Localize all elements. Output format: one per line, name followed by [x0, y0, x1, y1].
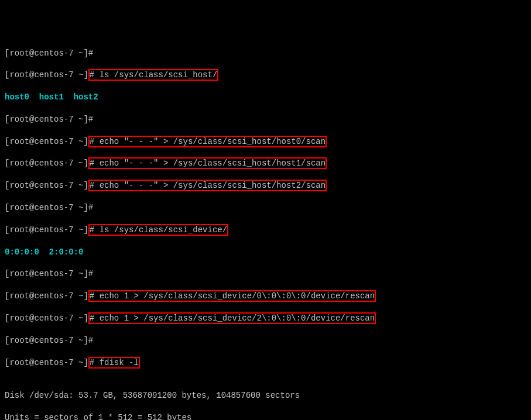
- prompt-close: ]: [83, 314, 88, 323]
- prompt-close: ]: [83, 49, 88, 58]
- terminal-line: [root@centos-7 ~]# echo 1 > /sys/class/s…: [5, 291, 526, 302]
- prompt-path: ~: [74, 291, 84, 301]
- command-text: echo "- - -" > /sys/class/scsi_host/host…: [94, 181, 326, 190]
- prompt-hash: #: [88, 203, 93, 212]
- prompt-path: ~: [74, 49, 84, 58]
- terminal-line: [root@centos-7 ~]# echo "- - -" > /sys/c…: [5, 158, 526, 169]
- terminal-line: [root@centos-7 ~]# fdisk -l: [5, 357, 526, 369]
- terminal-line: [root@centos-7 ~]#: [5, 202, 526, 214]
- scsi-device-list: 0:0:0:0 2:0:0:0: [5, 247, 526, 258]
- scsi-host-list: host0 host1 host2: [5, 92, 526, 103]
- prompt-close: ]: [83, 336, 88, 345]
- terminal-line: [root@centos-7 ~]# ls /sys/class/scsi_de…: [5, 225, 526, 236]
- prompt-hash: #: [90, 225, 94, 235]
- prompt-user: root: [9, 314, 29, 323]
- prompt-hash: #: [88, 49, 93, 58]
- prompt-hash: #: [88, 115, 93, 124]
- prompt-user: root: [9, 70, 29, 80]
- prompt-host: centos-7: [34, 137, 73, 146]
- prompt-close: ]: [83, 269, 88, 278]
- prompt-hash: #: [90, 358, 94, 367]
- prompt-hash: #: [90, 70, 94, 80]
- prompt-close: ]: [83, 159, 88, 168]
- prompt-user: root: [9, 336, 29, 345]
- prompt-path: ~: [74, 225, 84, 235]
- prompt-hash: #: [90, 291, 94, 301]
- command-text: echo 1 > /sys/class/scsi_device/0\:0\:0\…: [94, 291, 375, 301]
- prompt-user: root: [9, 137, 29, 146]
- prompt-user: root: [9, 225, 29, 235]
- prompt-close: ]: [83, 115, 88, 124]
- prompt-user: root: [9, 49, 29, 58]
- prompt-close: ]: [83, 358, 88, 367]
- command-text: echo "- - -" > /sys/class/scsi_host/host…: [94, 137, 326, 146]
- terminal-line: [root@centos-7 ~]#: [5, 268, 526, 280]
- command-text: ls /sys/class/scsi_device/: [94, 225, 227, 235]
- terminal-line: [root@centos-7 ~]#: [5, 48, 526, 59]
- command-text: ls /sys/class/scsi_host/: [94, 70, 217, 80]
- terminal-line: [root@centos-7 ~]#: [5, 114, 526, 125]
- highlight-box: # fdisk -l: [88, 357, 140, 369]
- prompt-hash: #: [90, 314, 94, 323]
- prompt-hash: #: [88, 269, 93, 278]
- prompt-path: ~: [74, 358, 84, 367]
- output-line: Disk /dev/sda: 53.7 GB, 53687091200 byte…: [5, 390, 526, 401]
- prompt-host: centos-7: [34, 115, 73, 124]
- prompt-user: root: [9, 115, 29, 124]
- prompt-close: ]: [83, 181, 88, 190]
- highlight-box: # echo "- - -" > /sys/class/scsi_host/ho…: [88, 157, 327, 169]
- prompt-host: centos-7: [34, 336, 73, 345]
- terminal-line: [root@centos-7 ~]# echo 1 > /sys/class/s…: [5, 313, 526, 324]
- prompt-user: root: [9, 358, 29, 367]
- prompt-hash: #: [90, 181, 94, 190]
- highlight-box: # echo 1 > /sys/class/scsi_device/2\:0\:…: [88, 312, 376, 324]
- prompt-path: ~: [74, 137, 84, 146]
- prompt-host: centos-7: [34, 314, 73, 323]
- terminal-line: [root@centos-7 ~]# ls /sys/class/scsi_ho…: [5, 70, 526, 81]
- highlight-box: # echo "- - -" > /sys/class/scsi_host/ho…: [88, 180, 327, 191]
- prompt-user: root: [9, 203, 29, 212]
- prompt-user: root: [9, 159, 29, 168]
- prompt-hash: #: [88, 336, 93, 345]
- prompt-user: root: [9, 181, 29, 190]
- highlight-box: # ls /sys/class/scsi_host/: [88, 69, 218, 81]
- prompt-host: centos-7: [34, 49, 73, 58]
- prompt-path: ~: [74, 181, 84, 190]
- prompt-host: centos-7: [34, 203, 73, 212]
- output-line: Units = sectors of 1 * 512 = 512 bytes: [5, 412, 526, 420]
- prompt-user: root: [9, 269, 29, 278]
- prompt-close: ]: [83, 225, 88, 235]
- highlight-box: # echo "- - -" > /sys/class/scsi_host/ho…: [88, 136, 327, 147]
- prompt-host: centos-7: [34, 159, 73, 168]
- prompt-hash: #: [90, 137, 94, 146]
- prompt-path: ~: [74, 203, 84, 212]
- highlight-box: # echo 1 > /sys/class/scsi_device/0\:0\:…: [88, 290, 376, 302]
- prompt-close: ]: [83, 203, 88, 212]
- prompt-path: ~: [74, 336, 84, 345]
- prompt-host: centos-7: [34, 225, 73, 235]
- prompt-path: ~: [74, 115, 84, 124]
- prompt-host: centos-7: [34, 70, 73, 80]
- terminal-line: [root@centos-7 ~]# echo "- - -" > /sys/c…: [5, 136, 526, 147]
- prompt-close: ]: [83, 137, 88, 146]
- prompt-user: root: [9, 291, 29, 301]
- prompt-close: ]: [83, 70, 88, 80]
- prompt-host: centos-7: [34, 269, 73, 278]
- terminal-line: [root@centos-7 ~]# echo "- - -" > /sys/c…: [5, 180, 526, 191]
- command-text: fdisk -l: [94, 358, 139, 367]
- prompt-host: centos-7: [34, 358, 73, 367]
- prompt-path: ~: [74, 314, 84, 323]
- prompt-path: ~: [74, 269, 84, 278]
- prompt-close: ]: [83, 291, 88, 301]
- prompt-path: ~: [74, 70, 84, 80]
- prompt-path: ~: [74, 159, 84, 168]
- command-text: echo "- - -" > /sys/class/scsi_host/host…: [94, 159, 326, 168]
- highlight-box: # ls /sys/class/scsi_device/: [88, 224, 228, 236]
- prompt-host: centos-7: [34, 291, 73, 301]
- command-text: echo 1 > /sys/class/scsi_device/2\:0\:0\…: [94, 314, 375, 323]
- prompt-hash: #: [90, 159, 94, 168]
- terminal-line: [root@centos-7 ~]#: [5, 335, 526, 346]
- prompt-host: centos-7: [34, 181, 73, 190]
